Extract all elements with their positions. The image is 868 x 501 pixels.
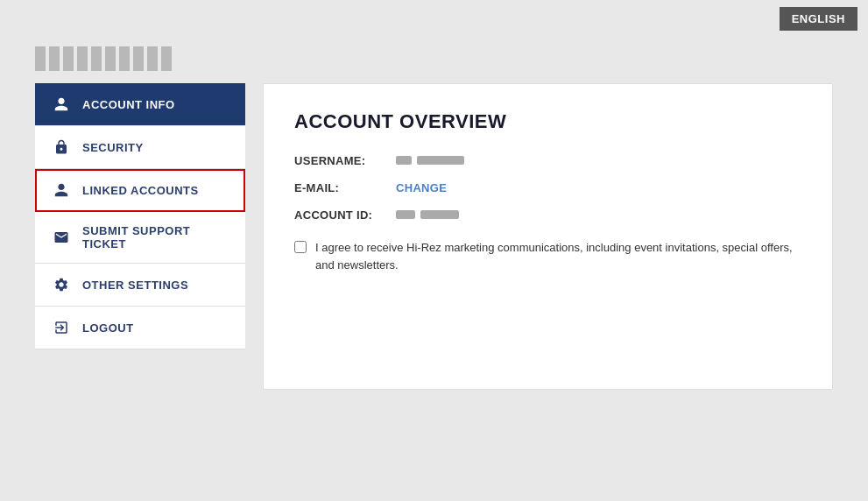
sidebar-item-security-label: SECURITY xyxy=(82,141,144,154)
blurred-1 xyxy=(396,156,412,165)
sidebar-item-settings-label: OTHER SETTINGS xyxy=(82,279,188,292)
sidebar-item-linked-accounts[interactable]: LINKED ACCOUNTS xyxy=(35,169,245,212)
language-button[interactable]: ENGLISH xyxy=(780,7,857,31)
page-title: ACCOUNT OVERVIEW xyxy=(294,110,801,133)
content-area: ACCOUNT OVERVIEW USERNAME: E-MAIL: CHANG… xyxy=(263,83,833,390)
logo xyxy=(35,46,175,71)
username-row: USERNAME: xyxy=(294,154,801,167)
sidebar-item-account-info[interactable]: ACCOUNT INFO xyxy=(35,83,245,126)
main-layout: ACCOUNT INFO SECURITY LINKED ACCOUNTS SU… xyxy=(0,83,868,390)
email-label: E-MAIL: xyxy=(294,181,382,194)
exit-icon xyxy=(53,319,70,336)
sidebar-item-security[interactable]: SECURITY xyxy=(35,126,245,169)
username-label: USERNAME: xyxy=(294,154,382,167)
sidebar-item-support[interactable]: SUBMIT SUPPORT TICKET xyxy=(35,212,245,264)
marketing-checkbox-row: I agree to receive Hi-Rez marketing comm… xyxy=(294,239,801,273)
marketing-checkbox[interactable] xyxy=(294,241,307,253)
blurred-4 xyxy=(420,210,459,219)
username-value xyxy=(396,154,464,167)
envelope-icon xyxy=(53,229,70,246)
account-id-value xyxy=(396,208,459,222)
sidebar-item-settings[interactable]: OTHER SETTINGS xyxy=(35,264,245,307)
sidebar-item-logout-label: LOGOUT xyxy=(82,321,134,335)
blurred-3 xyxy=(396,210,415,219)
account-id-row: ACCOUNT ID: xyxy=(294,208,801,222)
marketing-label: I agree to receive Hi-Rez marketing comm… xyxy=(315,239,801,273)
account-id-label: ACCOUNT ID: xyxy=(294,208,382,222)
top-bar: ENGLISH xyxy=(0,0,868,38)
person-linked-icon xyxy=(53,181,70,199)
username-blurred xyxy=(396,156,464,165)
sidebar-item-support-label: SUBMIT SUPPORT TICKET xyxy=(82,224,228,250)
email-row: E-MAIL: CHANGE xyxy=(294,181,801,194)
blurred-2 xyxy=(417,156,464,165)
sidebar: ACCOUNT INFO SECURITY LINKED ACCOUNTS SU… xyxy=(35,83,245,390)
logo-area xyxy=(0,38,868,80)
sidebar-item-account-info-label: ACCOUNT INFO xyxy=(82,98,175,111)
account-id-blurred xyxy=(396,210,459,219)
gear-icon xyxy=(53,276,70,293)
sidebar-item-logout[interactable]: LOGOUT xyxy=(35,307,245,349)
change-email-link[interactable]: CHANGE xyxy=(396,181,447,194)
person-icon xyxy=(53,95,70,113)
lock-icon xyxy=(53,138,70,156)
sidebar-item-linked-accounts-label: LINKED ACCOUNTS xyxy=(82,184,199,197)
